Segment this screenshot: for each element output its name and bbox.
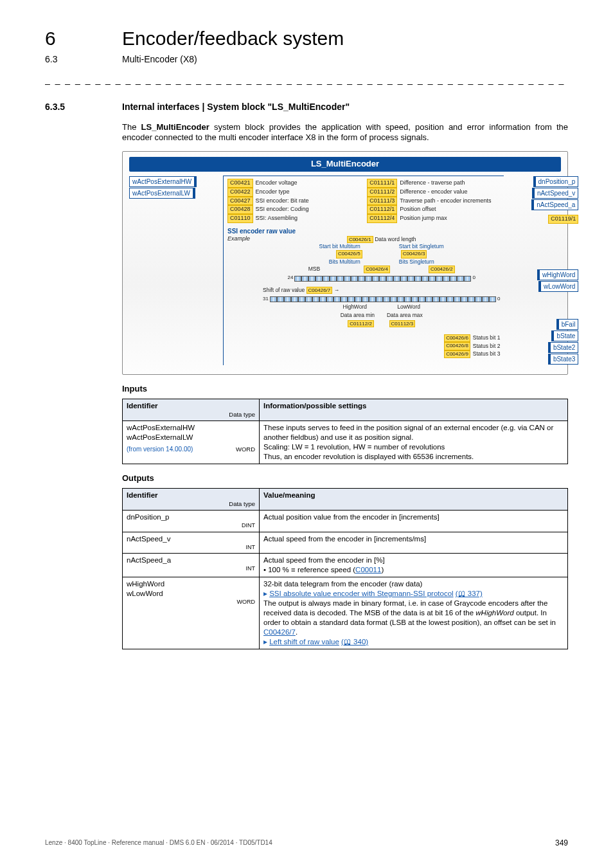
msb-label: MSB (308, 266, 320, 273)
param-label: SSI: Assembling (256, 215, 298, 222)
diagram-label: Bits Singleturn (399, 258, 434, 266)
cell-text: Actual position value from the encoder i… (260, 511, 568, 532)
highword-label: HighWord (342, 303, 367, 310)
identifier-text: nActSpeed_v (127, 535, 170, 543)
bit-number: 31 (263, 296, 269, 302)
param-code: C01111/2 (367, 188, 397, 197)
param-code: C00426/7 (306, 287, 333, 294)
param-label: Difference - traverse path (400, 179, 465, 187)
diagram-label: Data area max (387, 312, 423, 318)
output-port: wHighWord (537, 269, 579, 280)
data-type: WORD (127, 599, 255, 606)
diagram-label: Status bit 1 (473, 334, 501, 341)
diagram-label: Start bit Singleturn (399, 243, 444, 250)
subsection-title: Internal interfaces | System block "LS_M… (122, 101, 350, 113)
cell-text: Scaling: LW = 1 revolution, HW = number … (263, 443, 445, 451)
outputs-heading: Outputs (122, 473, 568, 484)
diagram-label: Status bit 2 (473, 343, 501, 350)
cell-text: • 100 % ≡ reference speed ( (263, 566, 355, 574)
footer-text: Lenze · 8400 TopLine · Reference manual … (45, 838, 272, 849)
link-ref[interactable]: C00011 (355, 566, 381, 574)
cell-text: Actual speed from the encoder in [increm… (260, 532, 568, 554)
page-number: 349 (555, 838, 568, 849)
param-code: C01112/1 (367, 205, 397, 214)
col-header-value: Value/meaning (260, 488, 568, 510)
param-code: C01111/3 (367, 197, 397, 206)
shift-label: Shift of raw value (263, 287, 305, 293)
bit-number: 24 (288, 275, 294, 281)
param-label: SSI encoder: Coding (256, 206, 309, 213)
cell-text: 32-bit data telegram from the encoder (r… (263, 580, 422, 588)
data-type: WORD (236, 446, 255, 453)
col-header-datatype: Data type (127, 411, 255, 419)
col-header-identifier: Identifier (127, 491, 158, 499)
example-label: Example (227, 235, 250, 243)
table-row: wActPosExternalHW wActPosExternalLW (fro… (123, 421, 568, 464)
table-row: nActSpeed_v INT Actual speed from the en… (123, 532, 568, 554)
cell-text-emph: wHighWord (475, 609, 513, 617)
table-row: wHighWord wLowWord WORD 32-bit data tele… (123, 577, 568, 649)
chapter-number: 6 (45, 26, 122, 51)
output-port: wLowWord (538, 281, 578, 292)
param-code: C00426/4 (364, 266, 390, 273)
link-ref[interactable]: C00426/7 (263, 628, 296, 636)
subsection-number: 6.3.5 (45, 101, 122, 113)
param-code: C00426/5 (336, 250, 362, 258)
param-label: Traverse path - encoder increments (400, 197, 491, 205)
identifier-text: dnPosition_p (127, 513, 170, 521)
chapter-title: Encoder/feedback system (122, 26, 344, 51)
output-port: bFail (556, 319, 579, 330)
param-label: Encoder type (256, 188, 290, 196)
col-header-datatype: Data type (127, 500, 255, 508)
arrow-icon: ▸ (263, 638, 269, 646)
col-header-identifier: Identifier (127, 402, 158, 410)
link-ref[interactable]: SSI absolute value encoder with Stegmann… (269, 590, 453, 597)
param-code: C01111/1 (367, 179, 397, 188)
param-label: Encoder voltage (256, 179, 298, 187)
input-port: wActPosExternalHW (129, 176, 197, 187)
page-ref[interactable]: (🕮 337) (456, 590, 483, 597)
data-type: INT (127, 544, 255, 552)
identifier-text: wHighWord (127, 580, 164, 588)
cell-text: Actual speed from the encoder in [%] (263, 556, 385, 564)
output-port: dnPosition_p (533, 176, 579, 187)
diagram-label: Status bit 3 (473, 350, 501, 357)
output-port: bState (551, 330, 578, 341)
link-ref[interactable]: Left shift of raw value (269, 638, 339, 646)
param-code: C00426/3 (401, 250, 427, 258)
page-ref[interactable]: (🕮 340) (341, 638, 368, 646)
output-port: bState2 (548, 342, 578, 353)
diagram-label: Data word length (375, 236, 416, 242)
section-number-top: 6.3 (45, 53, 122, 65)
identifier-text: wLowWord (127, 590, 163, 597)
param-code: C00426/1 (347, 236, 373, 243)
cell-text: Thus, an encoder revolution is displayed… (263, 453, 474, 460)
param-code: C00426/6 (444, 334, 470, 342)
param-code: C01112/3 (389, 320, 416, 327)
identifier-text: nActSpeed_a (127, 556, 171, 564)
output-port: nActSpeed_v (532, 188, 579, 199)
table-row: nActSpeed_a INT Actual speed from the en… (123, 554, 568, 577)
param-code: C01110 (227, 214, 253, 223)
cell-text: These inputs serves to feed in the posit… (263, 424, 553, 441)
bit-row (294, 276, 471, 282)
param-code: C00421 (227, 179, 253, 188)
bit-row (270, 296, 496, 302)
cell-text: ) (381, 566, 384, 574)
lowword-label: LowWord (397, 303, 420, 310)
diagram-label: Bits Multiturn (329, 258, 360, 266)
diagram-label: Data area min (341, 312, 375, 318)
arrow-icon: ▸ (263, 590, 269, 597)
version-note: (from version 14.00.00) (127, 445, 193, 453)
param-label: Difference - encoder value (400, 188, 467, 196)
identifier-text: wActPosExternalHW (127, 424, 195, 431)
param-code: C01112/2 (348, 320, 374, 327)
param-code: C00426/8 (444, 342, 470, 350)
param-code: C00427 (227, 197, 253, 206)
param-code: C01112/4 (367, 214, 397, 223)
output-port: bState3 (548, 354, 578, 365)
output-port: nActSpeed_a (531, 199, 578, 210)
outputs-table: Identifier Data type Value/meaning dnPos… (122, 488, 568, 649)
param-code: C00422 (227, 188, 253, 197)
param-code: C00426/9 (444, 350, 470, 358)
